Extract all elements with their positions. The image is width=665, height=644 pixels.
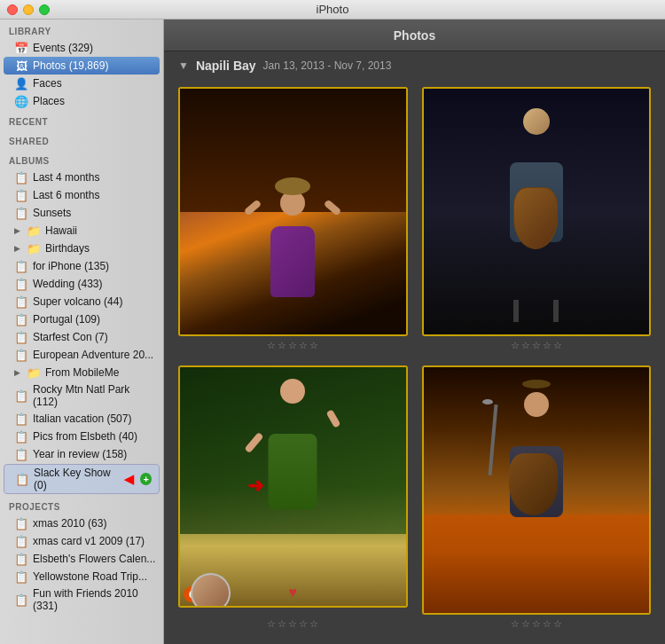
maximize-button[interactable] <box>39 4 50 15</box>
close-button[interactable] <box>7 4 18 15</box>
xmascard-icon: 📋 <box>14 534 28 548</box>
sidebar-item-wedding-label: Wedding (433) <box>33 278 103 290</box>
star-5[interactable]: ☆ <box>553 340 562 351</box>
photo-inner-4 <box>424 367 650 613</box>
sidebar-item-funwithfriends[interactable]: 📋 Fun with Friends 2010 (331) <box>0 585 163 614</box>
sidebar-item-foriphone[interactable]: 📋 for iPhone (135) <box>0 257 163 275</box>
sidebar-item-portugal[interactable]: 📋 Portugal (109) <box>0 310 163 328</box>
sidebar-item-funwithfriends-label: Fun with Friends 2010 (331) <box>33 587 156 612</box>
star-4[interactable]: ☆ <box>543 340 552 351</box>
photo-2-stars[interactable]: ☆☆☆☆☆ <box>511 340 562 351</box>
sidebar-item-yellowstone[interactable]: 📋 Yellowstone Road Trip... <box>0 568 163 585</box>
picsfromelsbeth-icon: 📋 <box>14 429 28 444</box>
photo-inner-3: ➜ ♥ <box>180 367 406 606</box>
photo-cell-2[interactable]: ☆☆☆☆☆ <box>422 87 652 351</box>
star-3[interactable]: ☆ <box>288 618 297 630</box>
star-1[interactable]: ☆ <box>267 340 276 351</box>
sidebar-item-yearinreview[interactable]: 📋 Year in review (158) <box>0 445 163 463</box>
photo-frame-4[interactable] <box>422 365 652 615</box>
sidebar-item-xmas2010[interactable]: 📋 xmas 2010 (63) <box>0 514 163 532</box>
sidebar-item-supervolcano-label: Super volcano (44) <box>33 295 122 308</box>
person-overlay-thumbnail <box>191 573 231 608</box>
sidebar-item-faces[interactable]: 👤 Faces <box>0 75 163 92</box>
minimize-button[interactable] <box>23 4 34 15</box>
sidebar-item-last6-label: Last 6 months <box>33 189 99 201</box>
sidebar-item-picsfromelsbeth-label: Pics from Elsbeth (40) <box>33 430 137 443</box>
sidebar-item-events-label: Events (329) <box>33 42 93 54</box>
sidebar-item-places-label: Places <box>33 95 65 107</box>
sidebar-item-yearinreview-label: Year in review (158) <box>33 448 127 460</box>
star-5[interactable]: ☆ <box>553 618 562 630</box>
funwithfriends-icon: 📋 <box>14 593 28 607</box>
content-area: Photos ▼ Napili Bay Jan 13, 2013 - Nov 7… <box>164 20 665 644</box>
star-1[interactable]: ☆ <box>267 618 276 630</box>
sidebar-item-elsbethflowers-label: Elsbeth's Flowers Calen... <box>33 553 155 565</box>
star-5[interactable]: ☆ <box>309 340 318 351</box>
star-1[interactable]: ☆ <box>511 618 520 630</box>
sidebar-item-birthdays[interactable]: ▶ 📁 Birthdays <box>0 240 163 257</box>
photos-grid: ☆☆☆☆☆ <box>164 80 665 644</box>
sidebar-item-european[interactable]: 📋 European Adventure 20... <box>0 346 163 364</box>
photo-cell-1[interactable]: ☆☆☆☆☆ <box>178 87 408 351</box>
hawaii-icon: 📁 <box>27 224 41 238</box>
photo-cell-3[interactable]: ➜ ♥ 6 ☆☆☆☆☆ <box>178 365 408 630</box>
sidebar-item-hawaii-label: Hawaii <box>45 224 77 237</box>
shared-section-header: Shared <box>0 130 163 149</box>
photo-frame-2[interactable] <box>422 87 652 336</box>
content-toolbar: Photos <box>164 20 665 51</box>
sidebar-item-last4-label: Last 4 months <box>33 171 99 184</box>
star-3[interactable]: ☆ <box>532 618 541 630</box>
star-3[interactable]: ☆ <box>288 340 297 351</box>
star-2[interactable]: ☆ <box>521 618 530 630</box>
star-5[interactable]: ☆ <box>309 618 318 630</box>
sidebar-item-last4months[interactable]: 📋 Last 4 months <box>0 169 163 186</box>
events-icon: 📅 <box>14 41 28 55</box>
sidebar-item-slackkeyshow[interactable]: 📋 Slack Key Show (0) ◀ + <box>4 464 160 494</box>
sidebar-item-frommobileme[interactable]: ▶ 📁 From MobileMe <box>0 364 163 381</box>
sidebar-item-wedding[interactable]: 📋 Wedding (433) <box>0 275 163 293</box>
photo-frame-3[interactable]: ➜ ♥ 6 <box>178 365 408 608</box>
star-3[interactable]: ☆ <box>532 340 541 351</box>
sidebar-item-xmascard[interactable]: 📋 xmas card v1 2009 (17) <box>0 532 163 550</box>
sidebar-item-italianvacation[interactable]: 📋 Italian vacation (507) <box>0 410 163 428</box>
starfestcon-icon: 📋 <box>14 330 28 344</box>
photos-icon: 🖼 <box>14 59 28 73</box>
recent-section-header: Recent <box>0 110 163 130</box>
green-plus-badge: + <box>140 473 152 485</box>
sidebar-item-birthdays-label: Birthdays <box>45 242 90 255</box>
sidebar-item-sunsets[interactable]: 📋 Sunsets <box>0 204 163 222</box>
photo-inner-2 <box>424 89 650 334</box>
album-collapse-arrow[interactable]: ▼ <box>178 59 189 72</box>
photo-1-stars[interactable]: ☆☆☆☆☆ <box>267 340 318 351</box>
photo-frame-1[interactable] <box>178 87 408 336</box>
hawaii-expand-arrow: ▶ <box>14 226 20 235</box>
sidebar-item-european-label: European Adventure 20... <box>33 349 153 361</box>
star-2[interactable]: ☆ <box>521 340 530 351</box>
sidebar-item-starfestcon[interactable]: 📋 Starfest Con (7) <box>0 328 163 346</box>
star-2[interactable]: ☆ <box>278 340 286 351</box>
sidebar-item-rockymtn[interactable]: 📋 Rocky Mtn Natl Park (112) <box>0 381 163 410</box>
sunsets-icon: 📋 <box>14 206 28 220</box>
sidebar-item-picsfromelsbeth[interactable]: 📋 Pics from Elsbeth (40) <box>0 428 163 445</box>
sidebar-item-supervolcano[interactable]: 📋 Super volcano (44) <box>0 293 163 310</box>
sidebar: Library 📅 Events (329) 🖼 Photos (19,869)… <box>0 20 164 644</box>
window-title: iPhoto <box>317 3 349 16</box>
sidebar-item-photos[interactable]: 🖼 Photos (19,869) <box>4 57 160 75</box>
star-4[interactable]: ☆ <box>299 618 308 630</box>
sidebar-item-hawaii[interactable]: ▶ 📁 Hawaii <box>0 222 163 240</box>
photo-3-stars[interactable]: ☆☆☆☆☆ <box>267 618 318 630</box>
sidebar-item-elsbethflowers[interactable]: 📋 Elsbeth's Flowers Calen... <box>0 550 163 568</box>
star-1[interactable]: ☆ <box>511 340 520 351</box>
photo-cell-4[interactable]: ☆☆☆☆☆ <box>422 365 652 630</box>
star-4[interactable]: ☆ <box>299 340 308 351</box>
sidebar-item-xmas2010-label: xmas 2010 (63) <box>33 517 106 530</box>
sidebar-item-events[interactable]: 📅 Events (329) <box>0 39 163 57</box>
window-controls <box>7 4 50 15</box>
sidebar-item-places[interactable]: 🌐 Places <box>0 92 163 110</box>
star-2[interactable]: ☆ <box>278 618 286 630</box>
sidebar-item-last6months[interactable]: 📋 Last 6 months <box>0 186 163 204</box>
star-4[interactable]: ☆ <box>543 618 552 630</box>
birthdays-icon: 📁 <box>27 241 41 255</box>
photo-4-stars[interactable]: ☆☆☆☆☆ <box>511 618 562 630</box>
main-container: Library 📅 Events (329) 🖼 Photos (19,869)… <box>0 20 665 644</box>
